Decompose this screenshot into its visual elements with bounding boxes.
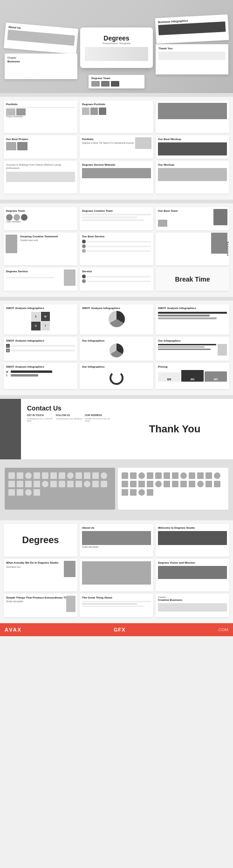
slide-title: Degrees Service Website [82, 163, 151, 167]
slide-title: Our Infographics [158, 339, 227, 343]
slide-thumb: Degrees Vision and Mission [156, 559, 229, 592]
icon-item [75, 481, 82, 487]
slide-sub: Team members [6, 221, 75, 223]
icon-item [172, 481, 178, 487]
slide-card: Thank You [156, 44, 228, 74]
break-time-text: Break Time [175, 276, 210, 283]
icon-item [101, 472, 107, 479]
slide-sub: Creative team work [20, 239, 75, 242]
icon-item [8, 481, 15, 487]
slide-card: About Us [4, 22, 78, 54]
slide-thumb: Degrees [4, 524, 77, 557]
icon-item [155, 481, 162, 487]
slides-row: Degrees Team Team members Degrees Creati… [4, 207, 229, 230]
icon-item [92, 472, 99, 479]
icon-item [67, 481, 74, 487]
icon-item [42, 472, 48, 479]
degrees-team-card: Degrees Team [89, 75, 144, 88]
contact-cols: GET IN TOUCH info@degrees.com +1 234 567… [27, 414, 112, 423]
slide-thumb: The Great Thing About [80, 594, 153, 617]
slide-thumb: SWOT Analysis Infographics W T [4, 363, 77, 389]
icon-item [130, 489, 137, 496]
slide-label: Business [7, 60, 75, 63]
icon-item [172, 472, 178, 479]
col-title: OUR ADDRESS [85, 414, 112, 417]
icon-item [164, 481, 170, 487]
icon-item [25, 472, 32, 479]
slide-thumb: SWOT Analysis Infographics S W [4, 337, 77, 361]
col-text: info@degrees.com +1 234 567 8900 [27, 417, 54, 423]
slide-sub: Project showcase [6, 115, 75, 118]
slide-title: Degrees Creative Team [82, 209, 151, 213]
slide-title: SWOT Analysis Infographics [6, 307, 75, 310]
slide-sub: Success is Walking From Failure Without … [6, 163, 75, 170]
col-text: social@degrees.com @degrees [56, 417, 83, 420]
slide-thumb: About Us Studio description [80, 524, 153, 557]
slide-thumb: Solution [156, 233, 229, 265]
slide-thumb: Our Best Team [156, 207, 229, 230]
slide-thumb: Our Mockup [156, 161, 229, 194]
slide-thumb: Degrees Creative Team [80, 207, 153, 230]
slides-row: SWOT Analysis Infographics W T Our Infog… [4, 363, 229, 389]
icon-item [147, 489, 153, 496]
icon-item [25, 481, 32, 487]
slides-row: Portfolio Project showcase Degrees Portf… [4, 101, 229, 133]
tablet-title: Degrees [85, 34, 148, 42]
slide-thumb: Break Time [156, 268, 229, 291]
icon-item [197, 472, 204, 479]
slide-title: The Great Thing About [82, 596, 151, 599]
slide-thumb: SWOT Analysis Infographics S W O T [4, 304, 77, 335]
slides-row: SWOT Analysis Infographics S W Our Infog… [4, 337, 229, 361]
icon-item [180, 472, 187, 479]
icons-section [0, 463, 233, 517]
tablet-sub: Presentation Template [85, 42, 148, 45]
icon-item [34, 489, 40, 496]
slide-thumb: SWOT Analysis Infographics [156, 304, 229, 335]
icon-item [92, 481, 99, 487]
icon-item [214, 472, 220, 479]
slide-title: Degrees Portfolio [82, 103, 151, 106]
icon-item [8, 472, 15, 479]
price-val: $30 [159, 378, 179, 381]
tablet-card: Degrees Presentation Template [80, 27, 153, 68]
slide-title: SWOT Analysis Infographics [6, 365, 75, 369]
contact-row: Contact Us GET IN TOUCH info@degrees.com… [0, 399, 233, 459]
slide-sub: Simple description [6, 600, 75, 603]
icon-item [17, 472, 23, 479]
slide-thumb: Our Infographics [80, 337, 153, 361]
slide-title: Degrees Team [6, 209, 75, 213]
slide-thumb: Simple Things That Produce Extraordinary… [4, 594, 77, 617]
icon-item [17, 489, 23, 496]
slide-thumb: Our Best Mockup [156, 135, 229, 159]
slide-title: Pricing [158, 365, 227, 369]
avax-gfx: GFX [114, 627, 126, 632]
icon-item [122, 472, 128, 479]
slide-thumb [156, 101, 229, 133]
swot-q: S [31, 312, 41, 321]
icon-item [84, 472, 90, 479]
icon-item [147, 472, 153, 479]
slide-label: Thank You [158, 47, 226, 50]
price-val: $65 [206, 378, 226, 381]
slide-title: SWOT Analysis Infographics [82, 307, 151, 310]
slide-thumb: Degrees Team Team members [4, 207, 77, 230]
icons-grid [8, 472, 111, 496]
degrees-big-label: Degrees [22, 535, 59, 545]
slide-title: Our Best Project [6, 138, 75, 141]
slide-thumb: Degrees Portfolio [80, 101, 153, 133]
icon-item [122, 481, 128, 487]
swot-q: O [31, 322, 41, 331]
avax-domain: .COM [218, 627, 229, 632]
slide-thumb [80, 559, 153, 592]
slide-title: Our Infographics [82, 365, 151, 369]
slides-row: Degrees Service Service Break Time [4, 268, 229, 291]
icon-item [189, 481, 195, 487]
icons-card-right [118, 468, 228, 510]
solution-badge: Solution [226, 242, 229, 256]
slide-card: Business Infographics [155, 14, 229, 44]
icons-card-left [5, 468, 115, 510]
slide-thumb: Service [80, 268, 153, 291]
slide-thumb: Portfolio Project showcase [4, 101, 77, 133]
slide-thumb: What Actually We Do In Degrees Studio De… [4, 559, 77, 592]
icon-item [189, 472, 195, 479]
